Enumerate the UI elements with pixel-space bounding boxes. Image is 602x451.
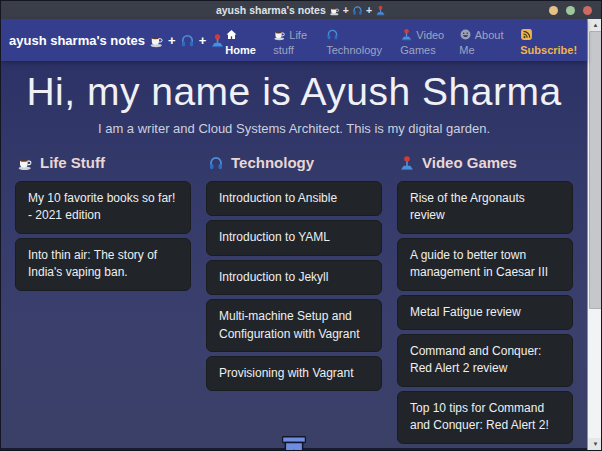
post-card[interactable]: Metal Fatigue review	[397, 295, 573, 330]
plus-separator: +	[199, 33, 207, 48]
section-header-life-stuff: Life Stuff	[17, 154, 191, 171]
coffee-icon	[17, 155, 33, 171]
nav-item-technology[interactable]: Technology	[326, 28, 389, 58]
nav-item-video-games[interactable]: Video Games	[400, 28, 448, 58]
coffee-icon	[149, 33, 164, 48]
post-card[interactable]: Provisioning with Vagrant	[206, 356, 382, 391]
column-video-games: Video Games Rise of the Argonauts review…	[397, 148, 573, 448]
site-footer	[1, 448, 587, 451]
nav-item-subscribe[interactable]: Subscribe!	[520, 28, 578, 58]
nav-label: Subscribe!	[520, 44, 577, 56]
headphones-icon	[208, 155, 224, 171]
scrollbar-thumb[interactable]	[589, 31, 602, 309]
section-header-technology: Technology	[208, 154, 382, 171]
site-navbar: ayush sharma's notes + + Home Life stuff	[1, 19, 587, 61]
nav-item-life-stuff[interactable]: Life stuff	[273, 28, 315, 58]
page-subtitle: I am a writer and Cloud Systems Architec…	[21, 121, 567, 136]
nav-item-about-me[interactable]: About Me	[459, 28, 509, 58]
minimize-button[interactable]	[549, 6, 558, 15]
post-card[interactable]: Top 10 tips for Command and Conquer: Red…	[397, 391, 573, 444]
section-title: Video Games	[422, 154, 517, 171]
headphones-icon	[180, 33, 195, 48]
page-title: Hi, my name is Ayush Sharma	[21, 70, 567, 114]
maximize-button[interactable]	[566, 6, 575, 15]
joystick-icon	[399, 155, 415, 171]
post-card[interactable]: My 10 favorite books so far! - 2021 edit…	[15, 181, 191, 234]
arch-logo-icon[interactable]	[282, 435, 307, 451]
headphones-icon	[352, 5, 363, 16]
column-technology: Technology Introduction to Ansible Intro…	[206, 148, 382, 395]
headphones-icon	[326, 28, 339, 41]
hero-section: Hi, my name is Ayush Sharma I am a write…	[1, 61, 587, 142]
window-title-text: ayush sharma's notes	[216, 4, 326, 16]
post-card[interactable]: A guide to better town management in Cae…	[397, 238, 573, 291]
coffee-icon	[273, 28, 286, 41]
brand-text: ayush sharma's notes	[9, 33, 145, 48]
post-card[interactable]: Into thin air: The story of India's vapi…	[15, 238, 191, 291]
app-window: ayush sharma's notes + + ayush sharma's …	[0, 0, 602, 451]
section-title: Life Stuff	[40, 154, 105, 171]
joystick-icon	[210, 33, 225, 48]
post-card[interactable]: Multi-machine Setup and Configuration wi…	[206, 299, 382, 352]
window-title: ayush sharma's notes + +	[1, 4, 601, 16]
column-life-stuff: Life Stuff My 10 favorite books so far! …	[15, 148, 191, 295]
nav-label: Home	[225, 44, 256, 56]
section-title: Technology	[231, 154, 314, 171]
window-controls	[549, 6, 601, 15]
window-titlebar[interactable]: ayush sharma's notes + +	[1, 1, 601, 19]
section-header-video-games: Video Games	[399, 154, 573, 171]
close-button[interactable]	[583, 6, 592, 15]
post-card[interactable]: Command and Conquer: Red Alert 2 review	[397, 334, 573, 387]
nav-label: Technology	[326, 44, 382, 56]
plus-separator: +	[168, 33, 176, 48]
page-content: ayush sharma's notes + + Home Life stuff	[1, 19, 587, 450]
post-columns: Life Stuff My 10 favorite books so far! …	[1, 142, 587, 448]
nav-menu: Home Life stuff Technology Video Games	[225, 23, 578, 58]
post-card[interactable]: Introduction to Jekyll	[206, 260, 382, 295]
joystick-icon	[400, 28, 413, 41]
post-card[interactable]: Introduction to YAML	[206, 220, 382, 255]
scroll-up-button[interactable]: ▲	[588, 19, 602, 31]
joystick-icon	[375, 5, 386, 16]
smiley-icon	[459, 28, 472, 41]
site-brand[interactable]: ayush sharma's notes + +	[9, 33, 225, 48]
plus-separator: +	[366, 4, 372, 16]
nav-item-home[interactable]: Home	[225, 28, 262, 58]
scroll-down-button[interactable]: ▼	[588, 438, 602, 450]
home-icon	[225, 28, 238, 41]
coffee-icon	[329, 5, 340, 16]
post-card[interactable]: Rise of the Argonauts review	[397, 181, 573, 234]
rss-icon	[520, 28, 533, 41]
post-card[interactable]: Introduction to Ansible	[206, 181, 382, 216]
vertical-scrollbar[interactable]: ▲ ▼	[587, 19, 602, 450]
plus-separator: +	[343, 4, 349, 16]
